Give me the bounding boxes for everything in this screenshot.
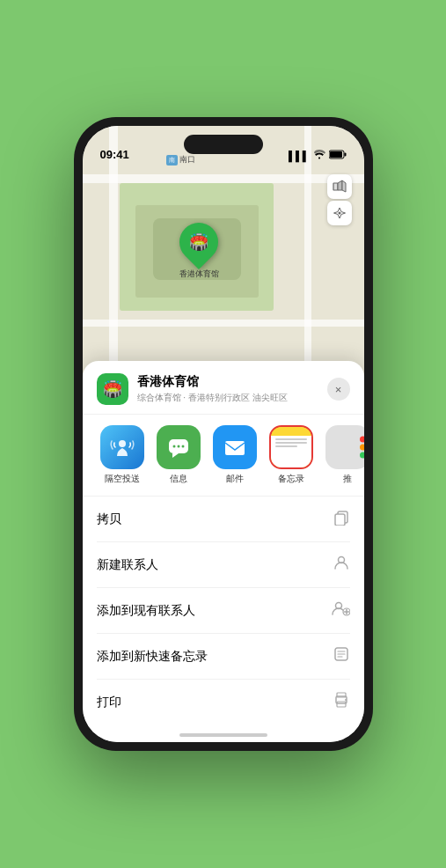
action-add-notes-label: 添加到新快速备忘录: [97, 649, 208, 665]
share-item-more[interactable]: 推: [322, 425, 364, 485]
share-item-messages[interactable]: 信息: [153, 425, 204, 485]
wifi-icon: [313, 150, 325, 161]
notes-label: 备忘录: [278, 473, 304, 485]
svg-rect-15: [335, 514, 345, 526]
stadium-icon: 🏟️: [189, 232, 208, 252]
action-list: 拷贝 新建联系人: [83, 497, 364, 725]
airdrop-icon: [100, 425, 144, 469]
svg-point-6: [338, 212, 340, 215]
print-icon: [333, 691, 350, 713]
svg-marker-5: [342, 180, 346, 192]
status-icons: ▌▌▌: [289, 150, 346, 161]
svg-marker-9: [172, 453, 179, 458]
location-desc: 综合体育馆 · 香港特别行政区 油尖旺区: [137, 392, 327, 404]
map-controls: [327, 174, 352, 225]
stadium-marker[interactable]: 🏟️ 香港体育馆: [179, 223, 219, 280]
bottom-sheet: 🏟️ 香港体育馆 综合体育馆 · 香港特别行政区 油尖旺区 ×: [83, 361, 364, 742]
map-road: [83, 174, 364, 183]
action-print[interactable]: 打印: [97, 680, 350, 725]
marker-pin: 🏟️: [172, 215, 226, 269]
action-add-notes[interactable]: 添加到新快速备忘录: [97, 634, 350, 680]
quick-notes-icon: [333, 645, 350, 667]
svg-marker-4: [338, 180, 342, 190]
location-button[interactable]: [327, 201, 352, 225]
map-type-button[interactable]: [327, 174, 352, 199]
action-new-contact[interactable]: 新建联系人: [97, 542, 350, 588]
svg-rect-27: [337, 702, 346, 707]
signal-icon: ▌▌▌: [289, 151, 309, 161]
location-icon: 🏟️: [97, 373, 128, 405]
action-add-existing-label: 添加到现有联系人: [97, 603, 195, 619]
phone-screen: 09:41 ▌▌▌: [83, 126, 364, 742]
share-actions-row: 隔空投送 信息: [83, 415, 364, 497]
mail-label: 邮件: [226, 473, 244, 485]
more-apps-icon: [325, 425, 364, 469]
home-indicator: [179, 733, 267, 737]
airdrop-label: 隔空投送: [105, 473, 140, 485]
svg-rect-13: [225, 441, 245, 455]
share-item-notes[interactable]: 备忘录: [266, 425, 317, 485]
svg-rect-1: [344, 153, 346, 157]
more-label: 推: [343, 473, 352, 485]
location-info: 香港体育馆 综合体育馆 · 香港特别行政区 油尖旺区: [137, 374, 327, 404]
svg-point-7: [119, 440, 126, 447]
svg-rect-2: [330, 151, 342, 158]
battery-icon: [329, 150, 347, 161]
svg-point-28: [345, 699, 347, 701]
action-copy[interactable]: 拷贝: [97, 497, 350, 542]
notes-icon: [269, 425, 313, 469]
mail-icon: [213, 425, 257, 469]
messages-label: 信息: [170, 473, 187, 485]
phone-frame: 09:41 ▌▌▌: [74, 117, 373, 751]
share-item-airdrop[interactable]: 隔空投送: [97, 425, 148, 485]
action-new-contact-label: 新建联系人: [97, 557, 158, 573]
copy-icon: [333, 508, 350, 530]
svg-point-11: [177, 445, 179, 448]
action-print-label: 打印: [97, 695, 121, 710]
action-copy-label: 拷贝: [97, 511, 121, 527]
svg-point-10: [172, 445, 175, 448]
location-header: 🏟️ 香港体育馆 综合体育馆 · 香港特别行政区 油尖旺区 ×: [83, 361, 364, 415]
close-button[interactable]: ×: [327, 378, 350, 401]
messages-icon: [157, 425, 201, 469]
map-road: [83, 320, 364, 327]
marker-label: 香港体育馆: [179, 268, 219, 280]
location-name: 香港体育馆: [137, 374, 327, 390]
svg-rect-3: [333, 183, 338, 190]
status-time: 09:41: [100, 148, 129, 161]
person-add-icon: [331, 600, 350, 622]
share-item-mail[interactable]: 邮件: [209, 425, 260, 485]
person-icon: [333, 554, 350, 576]
dynamic-island: [184, 135, 263, 154]
action-add-existing[interactable]: 添加到现有联系人: [97, 588, 350, 634]
svg-point-12: [181, 445, 184, 448]
